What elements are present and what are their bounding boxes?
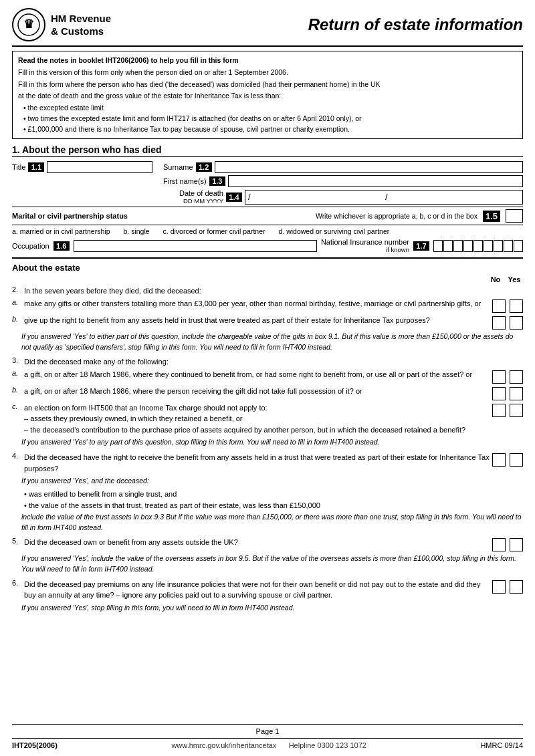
dod-slash2: / xyxy=(385,192,388,202)
marital-input[interactable] xyxy=(506,209,523,223)
ni-box-5[interactable] xyxy=(473,240,483,252)
ni-box-3[interactable] xyxy=(453,240,463,252)
no-yes-header: No Yes xyxy=(12,275,523,283)
q3b-checkboxes xyxy=(492,386,523,400)
q3b-yes-checkbox[interactable] xyxy=(510,387,523,400)
q2b-row: b. give up the right to benefit from any… xyxy=(12,315,523,330)
q2-block: 2. In the seven years before they died, … xyxy=(12,285,523,352)
q4-bullets: • was entitled to benefit from a single … xyxy=(24,489,523,512)
ni-box-2[interactable] xyxy=(443,240,453,252)
q3c-text: an election on form IHT500 that an Incom… xyxy=(24,404,268,412)
q4-text: Did the deceased have the right to recei… xyxy=(24,452,490,474)
no-label: No xyxy=(488,275,503,283)
title-label: Title xyxy=(12,163,25,171)
q2a-yes-checkbox[interactable] xyxy=(510,299,523,313)
footer-main: IHT205(2006) www.hmrc.gov.uk/inheritance… xyxy=(12,738,523,749)
q6-italic: If you answered 'Yes', stop filling in t… xyxy=(21,603,523,614)
opt-c: c. divorced or former civil partner xyxy=(163,227,265,235)
page-num: Page 1 xyxy=(12,724,523,735)
q4-bullet2: • the value of the assets in that trust,… xyxy=(24,500,523,512)
q6-yes-checkbox[interactable] xyxy=(510,580,523,594)
opt-b: b. single xyxy=(123,227,149,235)
q2b-text: give up the right to benefit from any as… xyxy=(24,315,490,326)
footer-website: www.hmrc.gov.uk/inheritancetax xyxy=(171,741,276,749)
opt-a: a. married or in civil partnership xyxy=(12,227,110,235)
ni-sublabel: if known xyxy=(386,246,409,253)
page: ♛ HM Revenue & Customs Return of estate … xyxy=(0,0,535,756)
hmrc-logo-icon: ♛ xyxy=(12,8,45,41)
footer-website-helpline: www.hmrc.gov.uk/inheritancetax Helpline … xyxy=(171,741,366,749)
intro-line1: Fill in this version of this form only w… xyxy=(18,68,517,78)
q6-no-checkbox[interactable] xyxy=(492,580,506,594)
q6-num: 6. xyxy=(12,579,21,587)
marital-field-id: 1.5 xyxy=(483,211,500,222)
q4-block: 4. Did the deceased have the right to re… xyxy=(12,452,523,533)
q5-checkboxes xyxy=(492,537,523,551)
logo-text: HM Revenue & Customs xyxy=(51,12,111,38)
q3a-label: a. xyxy=(12,369,21,377)
surname-field-id: 1.2 xyxy=(196,162,212,172)
q5-block: 5. Did the deceased own or benefit from … xyxy=(12,537,523,575)
q3b-label: b. xyxy=(12,386,21,394)
q3c-row: c. an election on form IHT500 that an In… xyxy=(12,402,523,436)
q3c-yes-checkbox[interactable] xyxy=(510,404,523,417)
intro-bullet1: the excepted estate limit xyxy=(23,103,517,114)
firstname-input[interactable] xyxy=(228,175,523,187)
ni-box-4[interactable] xyxy=(463,240,473,252)
q2-text: In the seven years before they died, did… xyxy=(24,285,523,297)
q6-checkboxes xyxy=(492,579,523,594)
intro-bullet3: £1,000,000 and there is no Inheritance T… xyxy=(23,124,517,135)
q2b-yes-checkbox[interactable] xyxy=(510,316,523,330)
title-input[interactable] xyxy=(47,161,152,173)
q3c-checkboxes xyxy=(492,402,523,417)
q5-row: 5. Did the deceased own or benefit from … xyxy=(12,537,523,551)
occupation-input[interactable] xyxy=(74,240,317,252)
q3b-no-checkbox[interactable] xyxy=(492,387,506,400)
q4-italic2: include the value of the trust assets in… xyxy=(21,512,523,533)
dod-sublabel: DD MM YYYY xyxy=(183,197,223,205)
ni-box-6[interactable] xyxy=(484,240,493,252)
q3a-row: a. a gift, on or after 18 March 1986, wh… xyxy=(12,369,523,384)
footer-ref: HMRC 09/14 xyxy=(480,741,523,749)
ni-label: National Insurance number xyxy=(321,238,409,246)
section1-header: 1. About the person who has died xyxy=(12,144,523,157)
q6-block: 6. Did the deceased pay premiums on any … xyxy=(12,579,523,614)
ni-box-8[interactable] xyxy=(504,240,513,252)
intro-bullet2: two times the excepted estate limit and … xyxy=(23,114,517,124)
q4-yes-checkbox[interactable] xyxy=(510,453,523,467)
q3b-row: b. a gift, on or after 18 March 1986, wh… xyxy=(12,386,523,400)
q5-num: 5. xyxy=(12,537,21,545)
intro-line3: at the date of death and the gross value… xyxy=(18,92,281,100)
footer: Page 1 IHT205(2006) www.hmrc.gov.uk/inhe… xyxy=(0,724,535,749)
q2b-label: b. xyxy=(12,315,21,323)
q3a-no-checkbox[interactable] xyxy=(492,370,506,384)
q2b-no-checkbox[interactable] xyxy=(492,316,506,330)
q3a-yes-checkbox[interactable] xyxy=(510,370,523,384)
q3b-text: a gift, on or after 18 March 1986, where… xyxy=(24,386,490,397)
occupation-field-id: 1.6 xyxy=(54,241,70,251)
q4-no-checkbox[interactable] xyxy=(492,453,506,467)
ni-box-9[interactable] xyxy=(514,240,523,252)
estate-title: About the estate xyxy=(12,263,523,273)
q3-block: 3. Did the deceased make any of the foll… xyxy=(12,356,523,448)
intro-box: Read the notes in booklet IHT206(2006) t… xyxy=(12,51,523,139)
ni-box-7[interactable] xyxy=(494,240,503,252)
q2a-checkboxes xyxy=(492,298,523,313)
q5-yes-checkbox[interactable] xyxy=(510,538,523,551)
footer-form-id: IHT205(2006) xyxy=(12,741,58,749)
ni-box-1[interactable] xyxy=(433,240,443,252)
dod-label: Date of death xyxy=(179,189,223,197)
marital-write: Write whichever is appropriate a, b, c o… xyxy=(316,212,477,220)
surname-input[interactable] xyxy=(215,161,523,173)
occupation-label: Occupation xyxy=(12,242,49,250)
q3a-text: a gift, on or after 18 March 1986, where… xyxy=(24,369,490,380)
q5-text: Did the deceased own or benefit from any… xyxy=(24,537,490,548)
q2a-row: a. make any gifts or other transfers tot… xyxy=(12,298,523,313)
q5-no-checkbox[interactable] xyxy=(492,538,506,551)
q5-italic: If you answered 'Yes', include the value… xyxy=(21,553,523,575)
firstname-label: First name(s) xyxy=(163,177,207,185)
q6-text: Did the deceased pay premiums on any lif… xyxy=(24,579,490,601)
q2a-no-checkbox[interactable] xyxy=(492,299,506,313)
q3c-no-checkbox[interactable] xyxy=(492,404,506,417)
q2-main: 2. In the seven years before they died, … xyxy=(12,285,523,297)
